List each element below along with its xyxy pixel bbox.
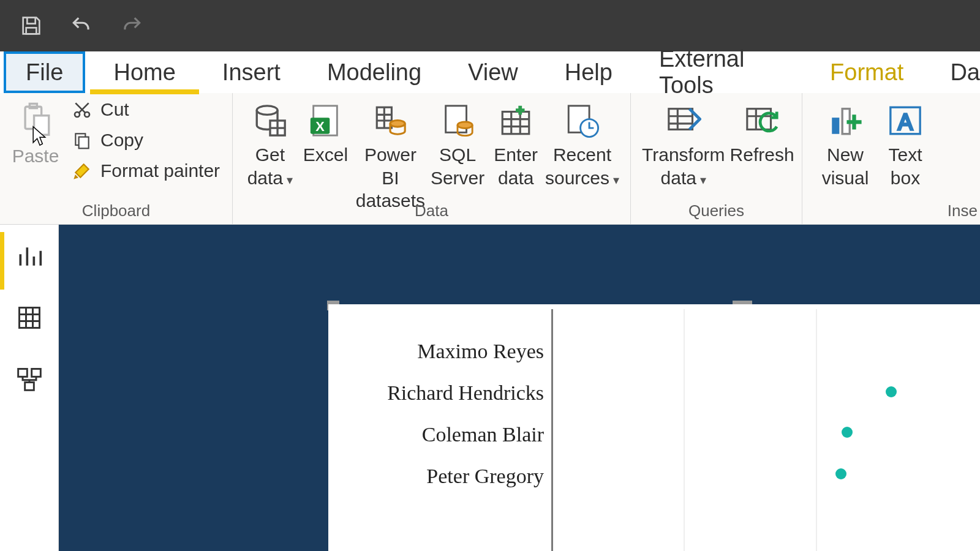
paste-icon <box>18 100 53 140</box>
group-insert: Newvisual A Textbox Inse <box>802 93 980 224</box>
tab-insert-label: Insert <box>222 59 281 86</box>
svg-rect-22 <box>832 118 839 134</box>
tab-view-label: View <box>468 59 518 86</box>
get-data-button[interactable]: Getdata▾ <box>244 98 296 189</box>
data-view-icon <box>16 304 43 331</box>
get-data-l2: data <box>247 168 283 188</box>
recent-l2: sources <box>545 168 609 188</box>
svg-rect-0 <box>26 28 37 34</box>
redo-button[interactable] <box>119 13 145 39</box>
paste-button[interactable]: Paste <box>11 98 60 167</box>
format-painter-button[interactable]: Format painter <box>72 160 220 181</box>
svg-text:X: X <box>316 119 325 134</box>
recent-sources-button[interactable]: Recentsources▾ <box>545 98 619 189</box>
undo-button[interactable] <box>69 13 94 39</box>
title-bar <box>0 0 980 51</box>
transform-l2: data <box>661 168 696 188</box>
excel-button[interactable]: X Excel <box>299 98 352 167</box>
y-axis-line <box>551 309 553 551</box>
svg-rect-17 <box>502 112 529 134</box>
report-view-icon <box>16 243 43 270</box>
svg-point-8 <box>257 106 277 115</box>
report-canvas[interactable]: Maximo Reyes Richard Hendricks Coleman B… <box>59 225 980 551</box>
gridline <box>684 309 685 551</box>
svg-rect-26 <box>19 308 39 328</box>
format-painter-icon <box>72 161 92 181</box>
recent-l1: Recent <box>553 143 611 167</box>
sql-server-icon <box>440 103 475 138</box>
transform-data-button[interactable]: Transformdata▾ <box>642 98 725 189</box>
chevron-down-icon: ▾ <box>700 173 706 187</box>
tab-format-label: Format <box>830 59 903 86</box>
gridline <box>816 309 817 551</box>
cut-button[interactable]: Cut <box>72 99 220 120</box>
tab-home[interactable]: Home <box>90 51 198 93</box>
workspace: Maximo Reyes Richard Hendricks Coleman B… <box>0 225 980 551</box>
tab-external-tools[interactable]: External Tools <box>636 51 807 93</box>
new-visual-button[interactable]: Newvisual <box>813 98 877 189</box>
svg-rect-7 <box>79 137 89 149</box>
svg-text:A: A <box>898 110 913 135</box>
model-view-icon <box>16 365 43 392</box>
ribbon-tab-row: File Home Insert Modeling View Help Exte… <box>0 51 980 93</box>
enter-data-button[interactable]: Enterdata <box>489 98 542 189</box>
nav-data-view[interactable] <box>16 304 43 331</box>
text-box-l2: box <box>891 167 920 190</box>
sql-l1: SQL <box>439 143 476 167</box>
new-visual-icon <box>827 103 863 138</box>
sql-server-button[interactable]: SQLServer <box>429 98 487 189</box>
get-data-l1: Get <box>255 143 285 167</box>
tab-data-partial[interactable]: Da <box>927 51 980 93</box>
enter-l2: data <box>498 167 533 190</box>
text-box-icon: A <box>888 103 923 138</box>
tab-modeling[interactable]: Modeling <box>304 51 445 93</box>
chart-area: Maximo Reyes Richard Hendricks Coleman B… <box>328 304 980 551</box>
group-data-label: Data <box>233 201 630 220</box>
enter-l1: Enter <box>494 143 538 167</box>
redo-icon <box>120 14 143 37</box>
tab-external-tools-label: External Tools <box>659 46 783 99</box>
tab-format[interactable]: Format <box>807 51 927 93</box>
data-point[interactable] <box>835 468 846 479</box>
chevron-down-icon: ▾ <box>613 173 619 187</box>
data-point[interactable] <box>842 427 853 438</box>
nav-model-view[interactable] <box>16 365 43 392</box>
tab-file[interactable]: File <box>4 51 85 93</box>
tab-modeling-label: Modeling <box>327 59 421 86</box>
refresh-button[interactable]: Refresh <box>730 98 794 167</box>
save-button[interactable] <box>18 13 44 39</box>
pbi-ds-l1: Power BI <box>355 143 426 189</box>
copy-button[interactable]: Copy <box>72 130 220 151</box>
text-box-l1: Text <box>888 143 922 167</box>
format-painter-label: Format painter <box>100 160 220 181</box>
sql-l2: Server <box>431 167 484 190</box>
category-label: Richard Hendricks <box>387 381 544 405</box>
tab-insert[interactable]: Insert <box>199 51 304 93</box>
tab-data-partial-label: Da <box>950 59 980 86</box>
paste-label: Paste <box>12 146 59 167</box>
svg-rect-27 <box>18 369 27 377</box>
svg-point-14 <box>390 121 405 127</box>
group-queries-label: Queries <box>631 201 802 220</box>
left-nav <box>0 225 59 551</box>
tab-help[interactable]: Help <box>541 51 636 93</box>
excel-icon: X <box>307 103 343 138</box>
data-point[interactable] <box>886 386 897 397</box>
category-label: Coleman Blair <box>422 423 544 446</box>
recent-sources-icon <box>564 103 600 138</box>
category-label: Maximo Reyes <box>417 340 544 363</box>
new-visual-l1: New <box>827 143 864 167</box>
excel-label: Excel <box>303 143 348 167</box>
ribbon: Paste Cut Copy <box>0 93 980 225</box>
database-icon <box>252 103 288 138</box>
nav-report-view[interactable] <box>16 243 43 270</box>
powerbi-datasets-button[interactable]: Power BIdatasets <box>355 98 426 212</box>
tab-help-label: Help <box>565 59 612 86</box>
group-clipboard: Paste Cut Copy <box>0 93 233 224</box>
tab-home-label: Home <box>113 59 175 86</box>
tab-view[interactable]: View <box>445 51 541 93</box>
chart-visual[interactable]: Maximo Reyes Richard Hendricks Coleman B… <box>328 304 980 551</box>
cut-icon <box>72 100 92 119</box>
text-box-button[interactable]: A Textbox <box>881 98 930 189</box>
save-icon <box>19 13 43 38</box>
